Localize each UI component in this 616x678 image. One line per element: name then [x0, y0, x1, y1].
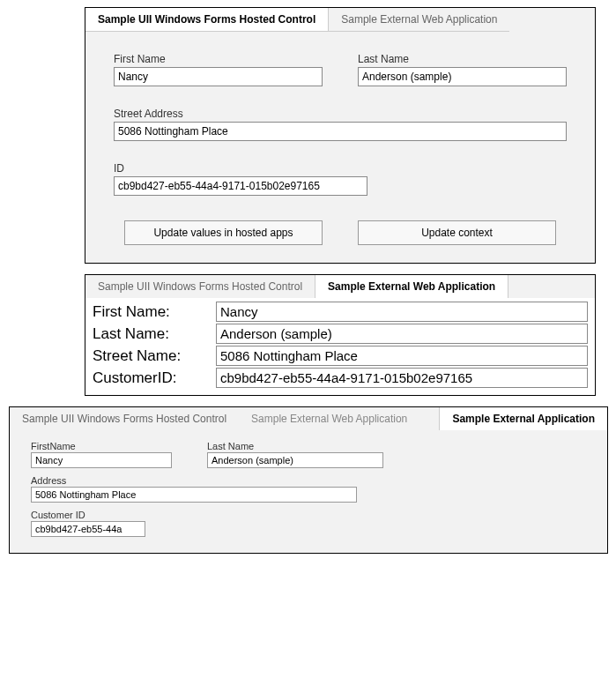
first-name-label: FirstName: [31, 441, 172, 451]
first-name-input[interactable]: [114, 67, 323, 86]
winforms-hosted-control-panel: Sample UII Windows Forms Hosted Control …: [85, 7, 596, 264]
first-name-field-group: FirstName: [31, 441, 172, 468]
external-web-app-panel: Sample UII Windows Forms Hosted Control …: [85, 274, 596, 396]
tab-external-application[interactable]: Sample External Application: [439, 407, 607, 430]
customer-id-label: Customer ID: [31, 510, 145, 520]
last-name-input[interactable]: [358, 67, 567, 86]
tab-external-web-app[interactable]: Sample External Web Application: [329, 8, 509, 32]
street-name-label: Street Name:: [93, 347, 216, 365]
last-name-label: Last Name: [207, 441, 383, 451]
tabs: Sample UII Windows Forms Hosted Control …: [10, 407, 607, 430]
first-name-field-group: First Name: [114, 53, 323, 86]
customer-id-input[interactable]: [31, 521, 145, 537]
street-name-input[interactable]: [216, 346, 588, 366]
first-name-input[interactable]: [31, 452, 172, 468]
first-name-label: First Name:: [93, 303, 216, 321]
panel-body: First Name: Last Name: Street Name: Cust…: [85, 298, 595, 395]
tab-external-web-app[interactable]: Sample External Web Application: [315, 275, 508, 298]
tabs: Sample UII Windows Forms Hosted Control …: [85, 275, 595, 298]
tabs: Sample UII Windows Forms Hosted Control …: [85, 8, 595, 32]
customer-id-input[interactable]: [216, 368, 588, 388]
tab-external-web-app[interactable]: Sample External Web Application: [239, 407, 419, 430]
street-address-field-group: Street Address: [114, 108, 567, 141]
last-name-field-group: Last Name: [358, 53, 567, 86]
id-input[interactable]: [114, 176, 367, 196]
last-name-label: Last Name: [358, 53, 567, 65]
update-hosted-apps-button[interactable]: Update values in hosted apps: [124, 220, 323, 245]
panel-body: FirstName Last Name Address Customer ID: [10, 430, 607, 553]
tab-winforms-hosted-control[interactable]: Sample UII Windows Forms Hosted Control: [85, 8, 329, 32]
external-application-panel: Sample UII Windows Forms Hosted Control …: [9, 406, 608, 554]
street-address-input[interactable]: [114, 122, 567, 141]
last-name-input[interactable]: [216, 324, 588, 344]
customer-id-label: CustomerID:: [93, 369, 216, 387]
panel-body: First Name Last Name Street Address ID U…: [85, 32, 595, 263]
tab-winforms-hosted-control[interactable]: Sample UII Windows Forms Hosted Control: [10, 407, 239, 430]
last-name-field-group: Last Name: [207, 441, 383, 468]
address-input[interactable]: [31, 487, 357, 503]
street-address-label: Street Address: [114, 108, 567, 120]
last-name-label: Last Name:: [93, 325, 216, 343]
customer-id-field-group: Customer ID: [31, 510, 145, 537]
first-name-input[interactable]: [216, 302, 588, 322]
address-label: Address: [31, 475, 357, 486]
id-field-group: ID: [114, 162, 367, 196]
tab-winforms-hosted-control[interactable]: Sample UII Windows Forms Hosted Control: [85, 275, 315, 298]
address-field-group: Address: [31, 475, 357, 503]
update-context-button[interactable]: Update context: [358, 220, 556, 245]
last-name-input[interactable]: [207, 452, 383, 468]
id-label: ID: [114, 162, 367, 175]
first-name-label: First Name: [114, 53, 323, 65]
